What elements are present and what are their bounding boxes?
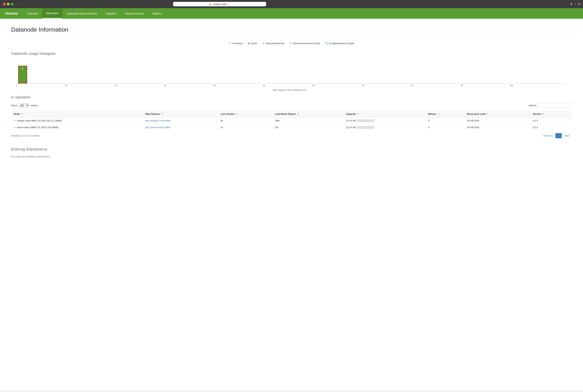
status-maintenance-dead: 🔧 In Maintenance & dead — [325, 42, 354, 45]
sort-last-contact-icon[interactable]: ⇅ — [236, 113, 238, 115]
x-axis-label: Disk usage of each DataNode (%) — [13, 89, 566, 92]
address-bar[interactable]: 🔒 master-node ↻ — [173, 2, 266, 6]
entering-maintenance-section: Entering Maintenance No nodes are enteri… — [11, 147, 572, 158]
capacity-cell-2-inner: 212.9 GB — [346, 126, 424, 129]
nav-item-overview[interactable]: Overview — [23, 9, 42, 18]
tabs-button[interactable]: ⧉ — [578, 2, 580, 6]
histogram-bar: 2 — [18, 66, 27, 84]
col-blocks: Blocks ⇅ — [426, 110, 465, 118]
col-last-block-report: Last Block Report ⇅ — [273, 110, 344, 118]
page-title: Datanode Information — [11, 26, 572, 36]
decommissioned-icon: ⊘ — [262, 42, 265, 45]
node-cell-1: ✔ master-node:9866 (10.208.216.211:9866) — [11, 118, 143, 124]
decommissioned-dead-icon: ⊙ — [290, 42, 292, 45]
x-tick-20: 20 — [114, 84, 117, 86]
node-cell-2: ✔ salve-node1:9866 (10.208.5.224:9866) — [11, 124, 143, 131]
histogram-section: Datanode usage histogram 2 0 10 20 30 40… — [11, 52, 572, 92]
in-operation-title: In operation — [11, 95, 572, 100]
node2-name: salve-node1:9866 (10.208.5.224:9866) — [17, 126, 58, 129]
search-row: Search: — [528, 103, 572, 108]
col-http-address: Http Address ⇅ — [143, 110, 218, 118]
decommissioned-label: Decommissioned — [266, 42, 284, 45]
version-cell-1: 3.2.0 — [530, 118, 572, 124]
next-button[interactable]: Next — [562, 133, 572, 138]
node1-name: master-node:9866 (10.208.216.211:9866) — [17, 119, 62, 122]
down-icon: ⊗ — [248, 42, 250, 45]
capacity-value-2: 212.9 GB — [346, 126, 356, 129]
last-block-report-cell-1: 39m — [273, 118, 344, 124]
in-service-icon: ✔ — [229, 42, 231, 45]
http-address-cell-1: http://master-node:9864 — [143, 118, 218, 124]
x-tick-60: 60 — [312, 84, 314, 86]
entering-maintenance-title: Entering Maintenance — [11, 147, 572, 152]
x-tick-0: 0 — [16, 84, 17, 86]
nav-item-datanodes[interactable]: Datanodes — [42, 8, 62, 18]
status-legend: ✔ In service ⊗ Down ⊘ Decommissioned ⊙ D… — [11, 42, 572, 45]
sort-version-icon[interactable]: ⇅ — [543, 113, 544, 115]
show-label: Show — [11, 104, 17, 107]
url-text: master-node — [213, 3, 227, 6]
capacity-cell-2: 212.9 GB — [344, 124, 426, 131]
nav-item-utilities[interactable]: Utilities ▾ — [148, 9, 166, 18]
histogram-title: Datanode usage histogram — [11, 52, 572, 56]
block-pool-used-cell-2: 24 KB (0%) — [465, 124, 530, 131]
last-block-report-cell-2: 2m — [273, 124, 344, 131]
traffic-lights — [3, 3, 14, 6]
in-service-label: In service — [232, 42, 243, 45]
showing-text: Showing 1 to 2 of 2 entries — [11, 134, 40, 137]
status-decommissioned-dead: ⊙ Decommissioned & dead — [290, 42, 320, 45]
pagination-buttons: Previous 1 Next — [541, 133, 572, 138]
capacity-value-1: 212.9 GB — [346, 119, 356, 122]
page-1-button[interactable]: 1 — [556, 133, 562, 138]
histogram-bar-value: 2 — [22, 67, 23, 70]
nav-item-snapshot[interactable]: Snapshot — [102, 9, 120, 18]
last-contact-cell-1: 0s — [218, 118, 273, 124]
nav-item-startup-progress[interactable]: Startup Progress — [120, 9, 148, 18]
sort-http-icon[interactable]: ⇅ — [162, 113, 163, 115]
status-down: ⊗ Down — [248, 42, 257, 45]
col-block-pool-used: Block pool used ⇅ — [465, 110, 530, 118]
search-input[interactable] — [538, 103, 572, 108]
version-cell-2: 3.2.0 — [530, 124, 572, 131]
table-row: ✔ salve-node1:9866 (10.208.5.224:9866) h… — [11, 124, 572, 131]
show-select[interactable]: 25 10 50 100 — [19, 103, 29, 108]
reload-icon[interactable]: ↻ — [228, 2, 230, 6]
no-nodes-text: No nodes are entering maintenance. — [11, 155, 572, 158]
x-tick-40: 40 — [214, 84, 216, 86]
sort-capacity-icon[interactable]: ⇅ — [357, 113, 359, 115]
browser-chrome: ‹ › 🔒 master-node ↻ ⬆ + ⧉ — [0, 0, 583, 8]
col-last-contact: Last contact ⇅ — [218, 110, 273, 118]
back-button[interactable]: ‹ — [17, 2, 18, 6]
pagination-row: Showing 1 to 2 of 2 entries Previous 1 N… — [11, 133, 572, 138]
sort-blocks-icon[interactable]: ⇅ — [438, 113, 439, 115]
status-decommissioned: ⊘ Decommissioned — [262, 42, 284, 45]
nav-item-datanode-volume-failures[interactable]: Datanode Volume Failures — [62, 9, 102, 18]
forward-button[interactable]: › — [19, 2, 20, 6]
capacity-bar-bg-1 — [358, 120, 374, 122]
main-content: Datanode Information ✔ In service ⊗ Down… — [0, 19, 583, 390]
blocks-cell-2: 0 — [426, 124, 465, 131]
traffic-light-green[interactable] — [11, 3, 14, 6]
col-version: Version ⇅ — [530, 110, 572, 118]
traffic-light-yellow[interactable] — [7, 3, 10, 6]
x-tick-90: 90 — [461, 84, 463, 86]
browser-right-controls: ⬆ + ⧉ — [570, 2, 580, 6]
node1-http-link[interactable]: http://master-node:9864 — [145, 119, 171, 122]
decommissioned-dead-label: Decommissioned & dead — [293, 42, 320, 45]
traffic-light-red[interactable] — [3, 3, 6, 6]
sort-last-block-report-icon[interactable]: ⇅ — [297, 113, 299, 115]
x-tick-10: 10 — [65, 84, 67, 86]
x-tick-80: 80 — [411, 84, 414, 86]
table-controls: Show 25 10 50 100 entries Search: — [11, 103, 572, 108]
new-tab-button[interactable]: + — [574, 2, 576, 6]
previous-button[interactable]: Previous — [541, 133, 555, 138]
node2-http-link[interactable]: http://salve-node1:9864 — [145, 126, 170, 129]
sort-node-icon[interactable]: ⇅ — [21, 113, 23, 115]
sort-block-pool-icon[interactable]: ⇅ — [487, 113, 488, 115]
capacity-cell-1: 212.9 GB — [344, 118, 426, 124]
nav-bar: Hadoop Overview Datanodes Datanode Volum… — [0, 8, 583, 19]
share-button[interactable]: ⬆ — [570, 2, 572, 6]
col-node: Node ⇅ — [11, 110, 143, 118]
capacity-bar-bg-2 — [358, 126, 374, 129]
status-in-service: ✔ In service — [229, 42, 243, 45]
